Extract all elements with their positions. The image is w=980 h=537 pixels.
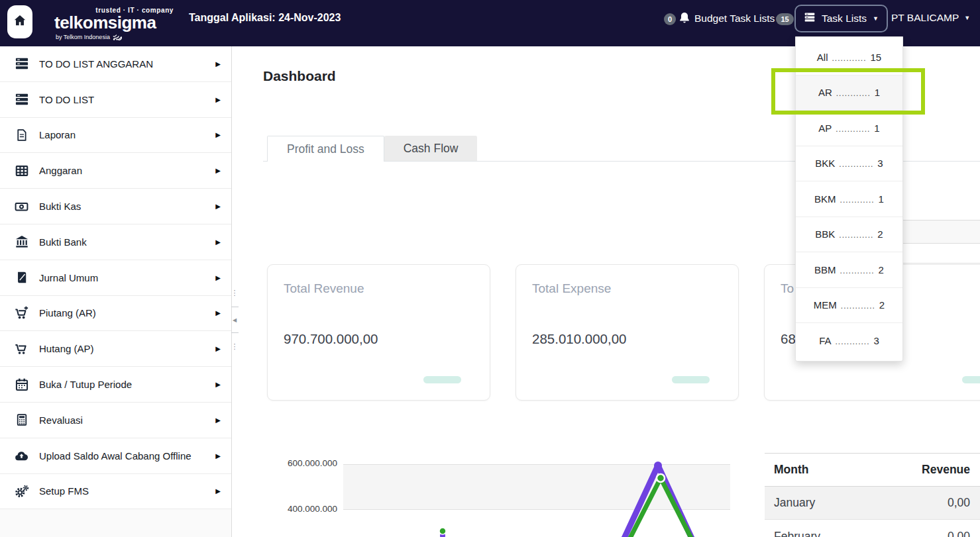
sidebar-item-hutang-ap[interactable]: Hutang (AP) ▶ bbox=[0, 331, 231, 367]
table-row: February 0,00 bbox=[765, 520, 980, 537]
cart-icon bbox=[13, 341, 30, 357]
hand-logo-icon bbox=[112, 32, 122, 42]
leader-dots: ............ bbox=[835, 337, 869, 346]
sidebar-item-label: Piutang (AR) bbox=[39, 307, 215, 318]
task-lists-label: Task Lists bbox=[822, 13, 867, 24]
dropdown-item-label: MEM bbox=[814, 299, 837, 311]
dropdown-item-count: 2 bbox=[877, 228, 883, 240]
divider bbox=[231, 307, 239, 307]
right-panel-divider bbox=[901, 263, 980, 264]
dropdown-item-count: 1 bbox=[875, 87, 880, 98]
chevron-right-icon: ▶ bbox=[215, 381, 221, 388]
dropdown-item-bkm[interactable]: BKM ............ 1 bbox=[796, 181, 902, 217]
sidebar-item-laporan[interactable]: Laporan ▶ bbox=[0, 118, 231, 154]
sidebar-item-piutang-ar[interactable]: Piutang (AR) ▶ bbox=[0, 296, 231, 332]
leader-dots: ............ bbox=[840, 266, 875, 275]
sidebar-item-jurnal-umum[interactable]: Jurnal Umum ▶ bbox=[0, 260, 231, 296]
tab-cash-flow[interactable]: Cash Flow bbox=[384, 136, 478, 161]
month-cell: January bbox=[774, 496, 948, 510]
document-icon bbox=[13, 127, 30, 143]
divider bbox=[231, 332, 239, 333]
dropdown-item-count: 3 bbox=[874, 335, 879, 346]
calendar-icon bbox=[13, 377, 30, 393]
sidebar-item-anggaran[interactable]: Anggaran ▶ bbox=[0, 153, 231, 189]
drag-dots-icon: ⋮ bbox=[231, 343, 239, 350]
green-line bbox=[623, 478, 698, 537]
sidebar-item-todo-list-anggaran[interactable]: TO DO LIST ANGGARAN ▶ bbox=[0, 46, 231, 82]
task-list-icon bbox=[804, 12, 816, 25]
calculator-icon bbox=[13, 412, 30, 428]
card-value: 970.700.000,00 bbox=[284, 331, 378, 347]
dropdown-item-count: 2 bbox=[879, 299, 885, 311]
y-axis-tick-600m: 600.000.000 bbox=[276, 458, 337, 468]
collapse-left-icon: ◀ bbox=[233, 317, 237, 323]
leader-dots: ............ bbox=[836, 89, 871, 98]
list-icon bbox=[13, 91, 30, 107]
task-lists-button[interactable]: Task Lists ▼ bbox=[794, 5, 888, 32]
sidebar-item-label: Setup FMS bbox=[39, 485, 215, 497]
sidebar-item-label: Hutang (AP) bbox=[39, 343, 215, 354]
card-label: Total Expense bbox=[532, 281, 611, 296]
dropdown-item-bkk[interactable]: BKK ............ 3 bbox=[796, 146, 902, 182]
revenue-by-month-table: Month Revenue January 0,00 February 0,00 bbox=[765, 453, 980, 537]
sidebar-item-label: Buka / Tutup Periode bbox=[39, 379, 215, 390]
sidebar-item-bukti-bank[interactable]: Bukti Bank ▶ bbox=[0, 224, 231, 260]
dropdown-item-label: BBM bbox=[814, 264, 836, 275]
sidebar-item-revaluasi[interactable]: Revaluasi ▶ bbox=[0, 403, 231, 438]
card-value: 285.010.000,00 bbox=[532, 331, 627, 347]
cloud-upload-icon bbox=[13, 448, 30, 464]
table-icon bbox=[13, 163, 30, 179]
sidebar-item-label: Jurnal Umum bbox=[39, 272, 215, 283]
sidebar-item-label: Revaluasi bbox=[39, 415, 215, 426]
green-point-low bbox=[439, 528, 446, 534]
sidebar-item-setup-fms[interactable]: Setup FMS ▶ bbox=[0, 474, 231, 510]
table-row: January 0,00 bbox=[765, 487, 980, 520]
chevron-down-icon: ▼ bbox=[964, 15, 970, 21]
leader-dots: ............ bbox=[832, 54, 866, 63]
dropdown-item-label: FA bbox=[819, 335, 831, 346]
dropdown-item-all[interactable]: All ............ 15 bbox=[796, 40, 902, 75]
dropdown-item-label: BBK bbox=[815, 228, 835, 240]
dropdown-item-bbk[interactable]: BBK ............ 2 bbox=[796, 217, 902, 253]
total-expense-card: Total Expense 285.010.000,00 bbox=[516, 264, 739, 401]
book-icon bbox=[13, 269, 30, 285]
dropdown-item-count: 15 bbox=[871, 52, 882, 63]
budget-task-lists-link[interactable]: Budget Task Lists bbox=[694, 13, 775, 24]
sidebar-nav: TO DO LIST ANGGARAN ▶ TO DO LIST ▶ Lapor… bbox=[0, 46, 232, 537]
dropdown-item-label: BKM bbox=[814, 193, 836, 205]
leader-dots: ............ bbox=[839, 230, 873, 240]
dropdown-item-ap[interactable]: AP ............ 1 bbox=[796, 111, 902, 146]
y-axis-tick-400m: 400.000.000 bbox=[276, 504, 337, 514]
chevron-right-icon: ▶ bbox=[215, 238, 221, 246]
bell-icon[interactable] bbox=[677, 10, 692, 27]
banknote-icon bbox=[13, 199, 30, 215]
chevron-right-icon: ▶ bbox=[215, 60, 221, 68]
dropdown-item-bbm[interactable]: BBM ............ 2 bbox=[796, 252, 902, 288]
card-accent-pill bbox=[962, 376, 980, 383]
dropdown-item-label: All bbox=[817, 52, 828, 63]
dropdown-item-count: 2 bbox=[879, 264, 884, 275]
sidebar-item-label: Bukti Bank bbox=[39, 236, 215, 248]
card-label: To bbox=[781, 281, 794, 296]
dropdown-item-count: 1 bbox=[874, 122, 879, 134]
chevron-right-icon: ▶ bbox=[215, 274, 221, 281]
home-button[interactable] bbox=[7, 5, 32, 38]
company-selector[interactable]: PT BALICAMP ▼ bbox=[891, 12, 970, 24]
dropdown-item-ar[interactable]: AR ............ 1 bbox=[796, 75, 902, 111]
sidebar-item-bukti-kas[interactable]: Bukti Kas ▶ bbox=[0, 189, 231, 224]
dropdown-item-fa[interactable]: FA ............ 3 bbox=[796, 323, 902, 359]
revenue-column-header: Revenue bbox=[922, 463, 970, 477]
task-count-badge: 15 bbox=[776, 13, 794, 25]
dropdown-item-mem[interactable]: MEM ............ 2 bbox=[796, 288, 902, 324]
sidebar-resize-handle[interactable]: ⋮ ◀ ⋮ bbox=[230, 289, 239, 350]
logo-subtext: by Telkom Indonesia bbox=[56, 34, 110, 40]
card-accent-pill bbox=[423, 376, 461, 383]
application-date: Tanggal Aplikasi: 24-Nov-2023 bbox=[189, 12, 341, 24]
tab-profit-and-loss[interactable]: Profit and Loss bbox=[267, 136, 384, 162]
dropdown-item-count: 1 bbox=[879, 193, 884, 205]
sidebar-item-todo-list[interactable]: TO DO LIST ▶ bbox=[0, 82, 231, 118]
sidebar-item-buka-tutup-periode[interactable]: Buka / Tutup Periode ▶ bbox=[0, 367, 231, 403]
sidebar-item-label: TO DO LIST bbox=[39, 94, 215, 105]
sidebar-item-upload-saldo-awal[interactable]: Upload Saldo Awal Cabang Offline ▶ bbox=[0, 438, 231, 474]
dropdown-item-label: BKK bbox=[815, 158, 835, 169]
